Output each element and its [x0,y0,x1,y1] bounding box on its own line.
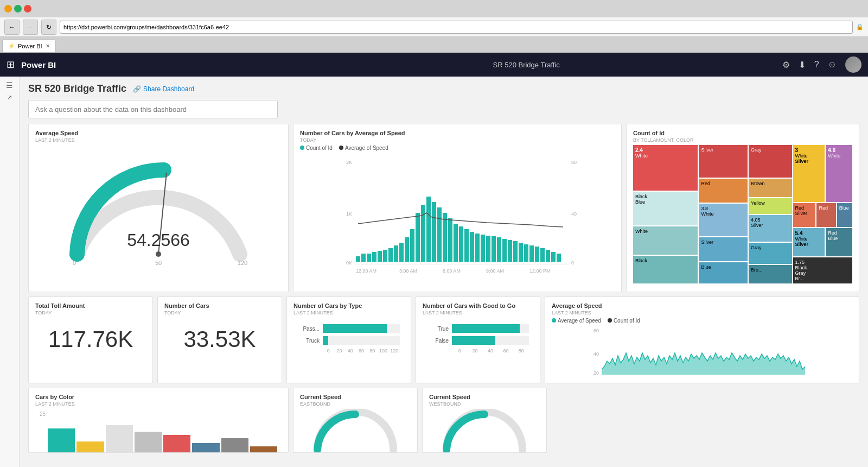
bar-label-truck: Truck [298,338,320,344]
cars-type-title: Number of Cars by Type [293,302,404,309]
color-bar-brown [250,446,277,453]
address-bar[interactable] [60,21,853,34]
speed-west-gauge: 50 [429,409,540,452]
treemap-cell: White [633,226,698,254]
color-bar-red [163,435,190,453]
svg-text:0: 0 [73,260,76,266]
qa-input[interactable] [28,100,278,118]
svg-text:80: 80 [571,160,577,165]
tile-avg-speed-title: Average Speed [35,130,282,136]
treemap-cell: Gray [749,145,792,178]
tile-speed-westbound[interactable]: Current Speed WESTBOUND 50 [422,388,547,453]
user-avatar[interactable] [845,56,861,73]
maximize-button[interactable] [14,5,22,12]
sidebar-toggle-icon[interactable]: ☰ [6,81,13,90]
apps-grid-icon[interactable]: ⊞ [7,59,15,71]
color-bar-white [106,425,133,453]
refresh-button[interactable]: ↻ [41,20,56,35]
svg-rect-45 [535,247,539,262]
svg-rect-39 [502,239,507,262]
forward-button[interactable]: → [23,20,38,35]
cars-by-speed-subtitle: TODAY [300,137,615,143]
row-1: Average Speed LAST 2 MINUTES 54.2566 [28,124,859,292]
page-title: SR 520 Bridge Traffic [28,83,126,94]
dashboard-header: SR 520 Bridge Traffic 🔗 Share Dashboard [28,83,859,94]
bar-label-false: False [427,338,449,344]
app-title: Power BI [21,60,271,70]
tile-avg-speed-subtitle: LAST 2 MINUTES [35,137,282,143]
treemap: 2.4 White Black Blue White Black [633,145,852,283]
treemap-cell: 3.8 White [699,204,748,236]
treemap-cell: 2.4 White [633,145,698,191]
tile-average-speed[interactable]: Average Speed LAST 2 MINUTES 54.2566 [28,124,289,292]
svg-rect-49 [557,254,561,262]
cars-by-speed-legend: Count of Id Average of Speed [300,143,615,153]
svg-rect-33 [470,232,474,262]
tile-count-id[interactable]: Count of Id BY TOLLAMOUNT, COLOR 2.4 Whi… [626,124,859,292]
color-bar-yellow [76,441,104,453]
num-cars-subtitle: TODAY [164,310,275,315]
svg-rect-26 [432,202,436,262]
minimize-button[interactable] [4,5,12,12]
avg-speed2-chart: 60 40 20 [552,326,852,377]
feedback-icon[interactable]: ☺ [828,60,837,70]
color-bar-silver [135,432,162,453]
svg-text:1K: 1K [346,211,352,217]
svg-rect-18 [388,248,393,262]
svg-rect-38 [497,237,501,262]
treemap-cell: 5.4 White Silver [793,228,825,256]
svg-rect-20 [399,243,404,262]
tile-cars-by-color[interactable]: Cars by Color LAST 2 MINUTES 25 [28,388,289,453]
speed-east-title: Current Speed [300,394,411,400]
tile-cars-by-type[interactable]: Number of Cars by Type LAST 2 MINUTES Pa… [286,296,411,383]
cars-by-speed-chart: 2K 1K 0K 80 40 0 [300,153,615,278]
row-3: Cars by Color LAST 2 MINUTES 25 [28,388,859,453]
svg-text:3:00 AM: 3:00 AM [399,268,417,274]
treemap-cell: 4.6 White [826,145,852,202]
cars-good-subtitle: LAST 2 MINUTES [423,310,533,315]
download-icon[interactable]: ⬇ [799,60,806,70]
svg-rect-21 [405,237,409,262]
close-button[interactable] [24,5,31,12]
svg-rect-47 [546,250,550,262]
svg-text:2K: 2K [346,160,352,165]
svg-rect-46 [540,248,545,262]
total-toll-subtitle: TODAY [35,310,146,315]
svg-rect-22 [410,229,414,262]
tile-speed-eastbound[interactable]: Current Speed EASTBOUND 50 [293,388,418,453]
svg-rect-48 [551,252,556,262]
treemap-cell: Black [633,256,698,283]
svg-rect-35 [481,235,485,262]
svg-point-1 [156,251,161,257]
treemap-cell: Gray [749,243,792,264]
svg-text:40: 40 [571,211,577,217]
tile-cars-good-to-go[interactable]: Number of Cars with Good to Go LAST 2 MI… [416,296,540,383]
tile-cars-by-speed[interactable]: Number of Cars by Average of Speed TODAY… [293,124,622,292]
external-link-icon[interactable]: ↗ [7,94,12,101]
svg-text:120: 120 [238,260,247,266]
tile-total-toll[interactable]: Total Toll Amount TODAY 117.76K [28,296,153,383]
svg-rect-12 [356,256,360,262]
back-button[interactable]: ← [4,20,20,35]
tile-avg-speed-2[interactable]: Average of Speed LAST 2 MINUTES Average … [545,296,859,383]
cars-good-title: Number of Cars with Good to Go [423,302,533,309]
speed-west-subtitle: WESTBOUND [429,401,540,407]
svg-rect-40 [508,240,512,262]
speed-east-gauge: 50 [300,409,411,452]
tile-num-cars[interactable]: Number of Cars TODAY 33.53K [157,296,282,383]
browser-tab[interactable]: ⚡ Power BI ✕ [2,39,56,52]
svg-rect-29 [448,218,452,262]
svg-rect-15 [372,252,376,262]
cars-good-chart: True False 0 20 40 [423,315,533,358]
speed-east-subtitle: EASTBOUND [300,401,411,407]
treemap-cell: Black Blue [633,192,698,225]
tab-close-icon[interactable]: ✕ [46,43,50,49]
treemap-cell: Brown [749,179,792,197]
main-content: SR 520 Bridge Traffic 🔗 Share Dashboard … [20,77,868,467]
settings-icon[interactable]: ⚙ [782,60,790,70]
count-id-subtitle: BY TOLLAMOUNT, COLOR [633,137,852,143]
sidebar: ☰ ↗ [0,77,20,467]
svg-text:6:00 AM: 6:00 AM [443,268,461,274]
help-icon[interactable]: ? [814,60,819,70]
share-dashboard-button[interactable]: 🔗 Share Dashboard [133,85,194,93]
